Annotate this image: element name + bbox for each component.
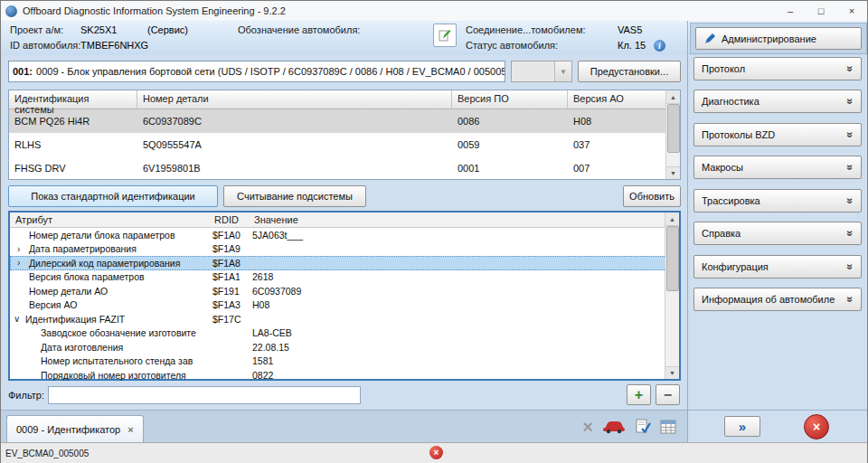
vehicle-icon[interactable] [602,420,626,434]
column-header-value[interactable]: Значение [249,214,679,225]
attribute-value: LA8-CEB [249,327,679,338]
expand-icon[interactable]: › [17,258,29,268]
system-table-row[interactable]: BCM PQ26 Hi4R 6C0937089C 0086 H08 [9,109,680,133]
refresh-button[interactable]: Обновить [623,185,681,207]
cell-sw-version: 0001 [452,163,568,174]
add-button[interactable]: + [627,384,651,405]
sidebar-item-bzd-protocols[interactable]: Протоколы BZD » [693,123,862,146]
sidebar-item-help[interactable]: Справка » [693,222,862,245]
status-error-icon[interactable]: × [429,446,443,459]
expand-icon[interactable]: › [17,244,29,254]
presets-button[interactable]: Предустановки... [578,61,681,82]
attribute-rdid: $F191 [209,286,249,297]
clear-icon[interactable]: × [582,418,593,436]
sidebar-item-macros[interactable]: Макросы » [693,156,862,179]
sidebar-item-configuration[interactable]: Конфигурация » [693,255,862,279]
system-table-row[interactable]: FHSG DRV 6V1959801B 0001 007 [9,156,680,180]
attribute-name: Порядковый номер изготовителя [41,370,186,381]
attribute-value: 6C0937089 [249,286,679,297]
attribute-table-scrollbar[interactable]: ▲ ▼ [665,213,679,379]
cancel-button[interactable]: × [804,414,829,439]
system-table-header: Идентификация системы Номер детали Верси… [9,90,680,109]
attribute-rdid: $F1A1 [209,271,249,282]
attribute-row[interactable]: Версия АО $F1A3 H08 [10,298,679,313]
column-header-hw-version[interactable]: Версия АО [568,90,665,109]
filter-input[interactable] [48,386,361,404]
vehicle-status-label: Статус автомобиля: [466,40,558,51]
info-icon[interactable]: i [654,40,665,52]
attribute-name: Дилерский код параметрирования [29,258,180,269]
scroll-down-icon[interactable]: ▼ [666,166,680,179]
attribute-table-header: Атрибут RDID Значение [10,213,679,228]
chevron-double-down-icon: » [844,165,857,171]
show-standard-identification-button[interactable]: Показ стандартной идентификации [8,185,218,207]
scrollbar-thumb[interactable] [666,226,679,291]
sidebar-item-vehicle-info[interactable]: Информация об автомобиле » [693,288,862,311]
control-unit-title: 0009 - Блок управления бортовой сети (UD… [36,66,505,77]
column-header-sw-version[interactable]: Версия ПО [452,90,568,109]
read-subsystem-button[interactable]: Считывание подсистемы [223,185,366,207]
attribute-rdid: $F1A0 [209,230,249,241]
attribute-table: Атрибут RDID Значение Номер детали блока… [8,211,681,381]
attribute-row[interactable]: ›Дата параметрирования $F1A9 [10,242,679,257]
tab-identification[interactable]: 0009 - Идентификатор × [6,415,144,442]
attribute-row[interactable]: Дата изготовления 22.08.15 [10,340,679,354]
attribute-row-group[interactable]: ∨Идентификация FAZIT $F17C [10,312,679,326]
column-header-rdid[interactable]: RDID [209,214,249,225]
attribute-row-selected[interactable]: ›Дилерский код параметрирования $F1A8 [10,256,679,270]
project-value: SK25X1 [80,24,117,35]
column-header-part-number[interactable]: Номер детали [137,90,452,109]
project-mode: (Сервис) [147,24,188,35]
status-bar: EV_BCMA0_005005 × [1,442,867,463]
sidebar-item-protocol[interactable]: Протокол » [693,57,862,80]
attribute-value: 0822 [249,370,679,381]
attribute-row[interactable]: Версия блока параметров $F1A1 2618 [10,270,679,285]
document-check-icon[interactable] [635,419,651,435]
column-header-attribute[interactable]: Атрибут [10,214,209,225]
scroll-up-icon[interactable]: ▲ [665,213,679,226]
system-table-scrollbar[interactable]: ▲ ▼ [665,90,680,179]
administration-label: Администрирование [722,33,816,44]
maximize-button[interactable]: □ [806,1,836,21]
minimize-button[interactable]: – [775,1,806,21]
attribute-row[interactable]: Номер детали АО $F191 6C0937089 [10,284,679,298]
attribute-name: Дата параметрирования [29,243,137,254]
edit-designation-button[interactable] [433,24,457,47]
scroll-down-icon[interactable]: ▼ [665,366,679,379]
attribute-name: Номер детали блока параметров [29,230,175,241]
remove-button[interactable]: − [656,384,680,405]
sidebar-item-trace[interactable]: Трассировка » [693,189,862,213]
collapse-icon[interactable]: ∨ [14,314,25,324]
column-header-system[interactable]: Идентификация системы [9,90,137,109]
attribute-row[interactable]: Порядковый номер изготовителя 0822 [10,368,679,383]
connection-label: Соединение...томобилем: [466,24,586,35]
continue-button[interactable]: » [724,416,760,437]
vehicle-id-value: TMBEF6NHXG [80,40,148,51]
title-bar: Offboard Diagnostic Information System E… [1,1,867,22]
sidebar-item-diagnostics[interactable]: Диагностика » [693,90,862,113]
scroll-up-icon[interactable]: ▲ [666,90,680,104]
close-button[interactable]: × [836,1,867,21]
tab-close-icon[interactable]: × [127,424,133,435]
attribute-row[interactable]: Номер детали блока параметров $F1A0 5JA0… [10,228,679,242]
scrollbar-thumb[interactable] [667,104,680,153]
project-label: Проект а/м: [10,24,63,35]
administration-button[interactable]: Администрирование [695,27,862,50]
system-table-row[interactable]: RLHS 5Q0955547A 0059 037 [9,133,680,156]
attribute-row[interactable]: Номер испытательного стенда зав 1581 [10,354,679,369]
vehicle-id-label: ID автомобиля: [10,40,80,51]
attribute-row[interactable]: Заводское обозначение изготовите LA8-CEB [10,326,679,341]
sidebar-item-label: Справка [702,228,741,239]
cell-sw-version: 0059 [452,139,568,150]
attribute-name: Идентификация FAZIT [25,314,125,325]
sidebar-item-label: Конфигурация [702,261,769,272]
cell-hw-version: H08 [568,116,665,127]
grid-table-icon[interactable] [660,420,676,434]
chevron-double-down-icon: » [844,231,857,237]
cell-system: RLHS [9,139,137,150]
chevron-double-down-icon: » [844,264,857,270]
designation-label: Обозначение автомобиля: [238,24,360,35]
attribute-name: Номер детали АО [29,286,108,297]
variant-dropdown[interactable]: ▼ [511,61,572,82]
attribute-rdid: $F17C [209,314,249,325]
